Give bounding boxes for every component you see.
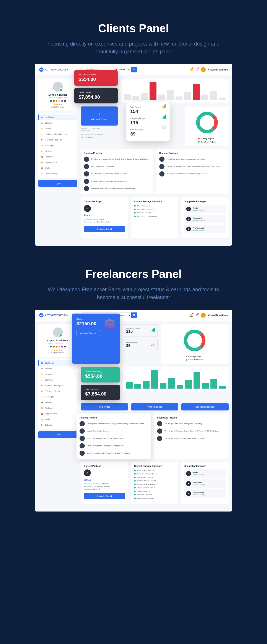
add-project-button[interactable]: + Add New Project xyxy=(81,106,118,126)
nav-item-dashboard[interactable]: ▦Dashboard xyxy=(38,360,77,366)
bar xyxy=(126,382,133,389)
list-item[interactable]: You will get Architectural Design, Drawi… xyxy=(157,428,226,434)
nav-item-projects[interactable]: 📁Projects› xyxy=(38,126,77,132)
profile-badges: 🔵🔴🟢🟡🟣⚫ xyxy=(41,100,74,102)
logo-badge-icon: AW xyxy=(39,313,43,318)
message-icon[interactable]: ✉ xyxy=(196,68,198,71)
nav-item-earnings[interactable]: ☆Earnings xyxy=(38,377,77,383)
summary-item: Bio Word Limit 50 xyxy=(134,212,175,214)
search-button[interactable] xyxy=(131,67,137,72)
list-item[interactable]: You will get Architectural Design, Drawi… xyxy=(159,164,226,169)
bar xyxy=(219,386,226,389)
nav-item-milestone-requests[interactable]: ⚑Milestone Requests xyxy=(38,137,77,143)
list-item[interactable]: You will get social media manager and ma… xyxy=(159,156,226,162)
summary-item: Freelancer Bookmark option xyxy=(134,215,175,217)
services-link[interactable]: ☰Services xyxy=(81,130,118,132)
summary-item: Job Experience Limit 5 xyxy=(134,487,175,489)
package-summary-card: Current Package Summary Fixed Project Bi… xyxy=(131,462,178,504)
list-item[interactable]: Logo & Branding for Company xyxy=(79,428,148,434)
summary-item: Portfolio Adding Limit 15 xyxy=(134,480,175,482)
logo[interactable]: AW ACTIVE WORKDESK xyxy=(39,68,68,72)
nav-item-profile-settings[interactable]: ⚙Profile Settings xyxy=(38,171,77,176)
summary-item: Project Bookmark Limit 15 xyxy=(134,483,175,485)
stars-icon: ★★★★★ xyxy=(41,349,74,351)
nav-item-following-clients[interactable]: ✉Following Clients xyxy=(38,388,77,394)
list-item[interactable]: Development Needed to Build Shopify Site… xyxy=(84,156,150,162)
nav-item-projects[interactable]: 📁Projects› xyxy=(38,372,77,377)
nav-item-support-ticket[interactable]: 👛Support Ticket xyxy=(38,411,77,416)
summary-item: Service Limit 20 xyxy=(134,490,175,492)
notify-icon[interactable]: 🔔 xyxy=(189,68,193,71)
search-button[interactable] xyxy=(131,312,137,318)
running-projects-card: Running Projects Development Needed to B… xyxy=(81,149,153,194)
package-summary-card: Current Package Summary Fixed Projects 5… xyxy=(131,197,178,238)
list-item[interactable]: Video Presentation with PowerPoint Slide… xyxy=(84,186,150,191)
suggested-package[interactable]: ♛Professional$25.00 /30 days xyxy=(184,490,226,498)
nav-item-reviews[interactable]: 📦Reviews xyxy=(38,400,77,405)
profile-settings-button[interactable]: Profile Settings xyxy=(131,403,178,410)
logo[interactable]: AW ACTIVE WORKDESK xyxy=(39,313,68,318)
plus-icon: + xyxy=(83,112,115,117)
expense-total-card: Total Expense $7,854.00 xyxy=(74,88,118,104)
upgrade-button[interactable]: Upgrade/ Extend xyxy=(84,226,125,232)
nav-item-wallet[interactable]: 👛Wallet xyxy=(38,165,77,171)
nav-item-messages[interactable]: ✉Messages xyxy=(38,143,77,148)
suggested-package[interactable]: ✓Basic$0.00 /30 days xyxy=(184,205,226,213)
my-services-button[interactable]: My Services xyxy=(81,403,128,410)
username[interactable]: Crystal B. Williams xyxy=(208,68,228,71)
bar xyxy=(143,381,150,388)
nav-item-reviews[interactable]: ★Reviews xyxy=(38,148,77,154)
list-item[interactable]: Development Needed to Build Shopify Site… xyxy=(79,421,148,426)
list-item[interactable]: React Developer for Existing Site Manage… xyxy=(79,443,148,448)
list-item[interactable]: Logo & Branding for Company xyxy=(84,164,150,169)
avatar[interactable] xyxy=(201,67,206,72)
logout-button[interactable]: Logout xyxy=(38,431,77,438)
nav-menu: ▦Dashboard☰Services›📁Projects›☆Earnings⚑… xyxy=(38,359,77,429)
nav-item-packages[interactable]: 📦Packages› xyxy=(38,154,77,160)
list-item[interactable]: You will get Shopify Website with Upload… xyxy=(159,171,226,176)
hint-services: Meet your need from our ☰Services xyxy=(81,127,118,132)
withdraw-button[interactable]: Withdraw Request xyxy=(76,330,100,336)
bar xyxy=(201,94,208,100)
nav-item-packages[interactable]: 🎫Packages› xyxy=(38,405,77,411)
freelancers-link[interactable]: 🔍Freelancers xyxy=(81,136,118,138)
avatar[interactable] xyxy=(201,313,206,318)
list-item[interactable]: You will get social media manager and ma… xyxy=(157,421,226,426)
nav-item-settings[interactable]: ⚙Settings xyxy=(38,422,77,428)
list-item[interactable]: Video Presentation with PowerPoint Slide… xyxy=(79,450,148,456)
profile-card: Crystal B. Williams crystal.b@maydesk.co… xyxy=(38,324,77,357)
nav-item-support-ticket[interactable]: 🎫Support Ticket xyxy=(38,160,77,165)
bar xyxy=(202,383,209,388)
upgrade-button[interactable]: Upgrade/ Extend xyxy=(84,493,125,499)
freelancers-title: Freelancers Panel xyxy=(0,267,267,280)
summary-item: Fixed Projects 5 xyxy=(134,205,175,207)
milestone-button[interactable]: Milestone Requests xyxy=(181,403,229,410)
summary-item: Long Term Project Bids 25 xyxy=(134,473,175,475)
nav-item-services[interactable]: ☰Services› xyxy=(38,120,77,126)
list-item[interactable]: React Developer for Existing Site Manage… xyxy=(84,179,150,184)
notify-icon[interactable]: 🔔 xyxy=(189,314,193,317)
nav-item-services[interactable]: ☰Services› xyxy=(38,366,77,372)
nav-menu: ▦Dashboard☰Services›📁Projects›☆Bookmarke… xyxy=(38,113,77,178)
clients-dashboard: AW ACTIVE WORKDESK Freelancers 🔔 ✉ Cryst… xyxy=(35,64,232,246)
logout-button[interactable]: Logout xyxy=(38,180,77,187)
nav-item-messages[interactable]: ★Messages xyxy=(38,394,77,400)
list-item[interactable]: React Developer for Existing Site Manage… xyxy=(79,436,148,441)
nav-item-bookmarked-projects[interactable]: ⚑Bookmarked Projects xyxy=(38,383,77,388)
suggested-package[interactable]: ★Advanced$10.00 /30 days xyxy=(184,480,226,488)
suggested-package[interactable]: ★Advanced$10.00 /30 days xyxy=(184,215,226,223)
suggested-package[interactable]: ♛Proffesional$25.00 /30 days xyxy=(184,225,226,233)
nav-item-dashboard[interactable]: ▦Dashboard xyxy=(38,114,77,120)
list-item[interactable]: React Developer for Existing Site Manage… xyxy=(84,171,150,176)
nav-item-bookmarked-freelancers[interactable]: ☆Bookmarked Freelancers xyxy=(38,132,77,137)
check-icon: ✓ xyxy=(84,470,91,476)
bar xyxy=(184,92,191,100)
nav-item-wallet[interactable]: ⚙Wallet xyxy=(38,416,77,422)
list-item[interactable]: You will get Shopify Website with Upload… xyxy=(157,436,226,441)
donut-legend: Running Projects Completed Projects xyxy=(186,356,204,361)
earning-chart xyxy=(123,367,229,391)
profile-avatar xyxy=(53,328,63,338)
suggested-package[interactable]: ✓Basic$0.00 /30 days xyxy=(184,470,226,478)
message-icon[interactable]: ✉ xyxy=(196,314,198,317)
username[interactable]: Crystal B. Williams xyxy=(208,314,228,316)
